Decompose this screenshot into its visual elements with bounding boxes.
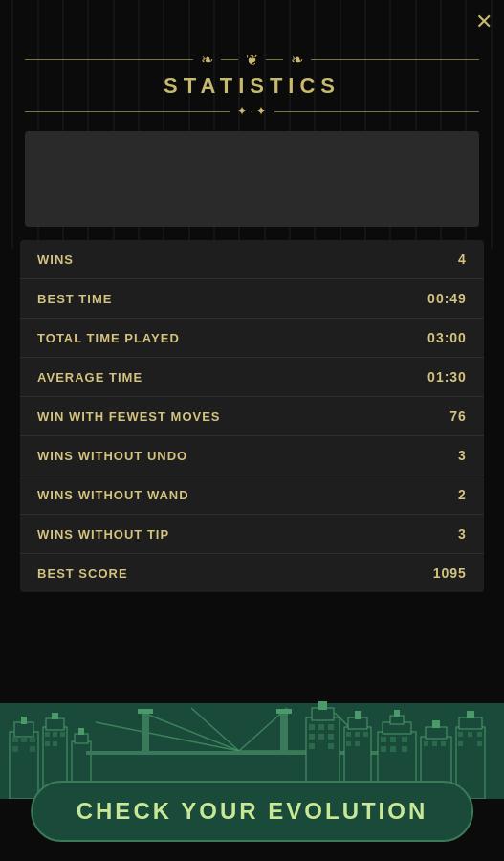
svg-rect-62 — [432, 720, 440, 728]
stat-value: 03:00 — [427, 330, 467, 345]
svg-rect-35 — [318, 724, 324, 730]
stat-value: 2 — [458, 487, 467, 502]
stat-label: BEST TIME — [37, 292, 112, 306]
stat-label: WIN WITH FEWEST MOVES — [37, 409, 220, 424]
ornament-center-line2 — [266, 59, 283, 60]
stat-value: 00:49 — [427, 291, 467, 306]
table-row: TOTAL TIME PLAYED03:00 — [20, 319, 484, 358]
svg-rect-18 — [75, 734, 88, 743]
ornament-line-right — [311, 59, 479, 60]
advertisement-banner — [25, 131, 478, 227]
svg-rect-54 — [381, 737, 386, 742]
table-row: BEST SCORE1095 — [20, 554, 484, 592]
svg-rect-10 — [46, 718, 64, 730]
table-row: WIN WITH FEWEST MOVES76 — [20, 397, 484, 436]
svg-rect-48 — [346, 741, 351, 746]
svg-rect-8 — [30, 746, 35, 752]
svg-rect-3 — [21, 717, 27, 724]
table-row: WINS WITHOUT UNDO3 — [20, 436, 484, 475]
cta-label: CHECK YOUR EVOLUTION — [77, 798, 428, 824]
stat-label: WINS WITHOUT UNDO — [37, 449, 187, 463]
stat-value: 01:30 — [427, 369, 467, 385]
ornament-icon-left: ❧ — [193, 51, 221, 69]
stat-label: WINS — [37, 253, 74, 267]
svg-rect-6 — [30, 737, 35, 742]
svg-rect-52 — [390, 716, 404, 724]
svg-rect-46 — [355, 732, 360, 737]
check-evolution-button[interactable]: CHECK YOUR EVOLUTION — [31, 781, 474, 842]
ornament-bottom-icon: ✦ · ✦ — [230, 104, 274, 118]
svg-rect-30 — [276, 709, 292, 714]
svg-rect-58 — [390, 746, 396, 752]
svg-rect-29 — [280, 713, 288, 755]
stat-value: 3 — [458, 526, 467, 541]
ornament-line-left — [25, 59, 193, 60]
svg-rect-73 — [477, 741, 482, 746]
svg-rect-33 — [318, 701, 327, 710]
svg-rect-67 — [459, 718, 482, 729]
svg-rect-4 — [12, 737, 18, 742]
svg-rect-38 — [318, 734, 324, 740]
svg-rect-5 — [21, 737, 27, 742]
svg-rect-11 — [52, 713, 58, 719]
svg-rect-70 — [468, 732, 472, 737]
svg-rect-61 — [426, 727, 447, 739]
svg-rect-41 — [328, 743, 334, 749]
main-overlay: ✕ ❧ ❦ ❧ STATISTICS ✦ · ✦ WINS4BEST TIME0… — [0, 0, 504, 861]
svg-rect-45 — [346, 732, 351, 737]
stat-value: 4 — [458, 252, 467, 267]
svg-rect-56 — [402, 737, 407, 742]
svg-rect-47 — [363, 732, 368, 737]
stat-label: BEST SCORE — [37, 566, 128, 581]
svg-rect-16 — [53, 741, 57, 746]
svg-rect-64 — [432, 741, 437, 746]
header-section: ❧ ❦ ❧ STATISTICS ✦ · ✦ — [0, 0, 504, 118]
svg-rect-14 — [60, 732, 65, 737]
svg-rect-37 — [309, 734, 315, 740]
svg-rect-68 — [467, 711, 474, 718]
table-row: WINS4 — [20, 240, 484, 279]
city-section: CHECK YOUR EVOLUTION — [0, 670, 504, 861]
svg-rect-34 — [309, 724, 315, 730]
ornament-diamond: ❦ — [238, 51, 266, 69]
svg-rect-53 — [394, 710, 400, 717]
stat-value: 3 — [458, 448, 467, 463]
ornament-top: ❧ ❦ ❧ — [25, 53, 478, 66]
ornament-icon-right: ❧ — [283, 51, 311, 69]
svg-rect-59 — [402, 746, 407, 752]
table-row: BEST TIME00:49 — [20, 279, 484, 319]
svg-rect-13 — [53, 732, 57, 737]
ornament-bottom: ✦ · ✦ — [25, 104, 478, 118]
svg-rect-72 — [458, 741, 463, 746]
svg-rect-65 — [441, 741, 446, 746]
stat-value: 1095 — [433, 565, 467, 581]
svg-rect-44 — [355, 711, 361, 719]
stat-label: TOTAL TIME PLAYED — [37, 331, 180, 345]
svg-rect-28 — [138, 709, 153, 714]
svg-rect-69 — [458, 732, 463, 737]
statistics-panel: WINS4BEST TIME00:49TOTAL TIME PLAYED03:0… — [20, 240, 484, 592]
svg-rect-71 — [477, 732, 482, 737]
svg-rect-2 — [14, 722, 33, 737]
svg-rect-7 — [12, 746, 18, 752]
page-title: STATISTICS — [164, 74, 340, 99]
svg-rect-19 — [78, 728, 84, 735]
svg-rect-49 — [355, 741, 360, 746]
svg-rect-55 — [390, 737, 396, 742]
table-row: AVERAGE TIME01:30 — [20, 358, 484, 397]
svg-rect-63 — [424, 741, 428, 746]
stat-label: AVERAGE TIME — [37, 370, 142, 385]
ornament-bottom-line-right — [274, 111, 479, 112]
svg-rect-57 — [381, 746, 386, 752]
stat-value: 76 — [449, 408, 467, 424]
stat-label: WINS WITHOUT WAND — [37, 488, 189, 502]
ornament-center-line — [221, 59, 238, 60]
svg-rect-40 — [309, 743, 315, 749]
stat-label: WINS WITHOUT TIP — [37, 527, 169, 541]
close-button[interactable]: ✕ — [475, 10, 493, 34]
table-row: WINS WITHOUT TIP3 — [20, 515, 484, 554]
svg-rect-27 — [142, 713, 149, 755]
svg-rect-12 — [45, 732, 50, 737]
table-row: WINS WITHOUT WAND2 — [20, 475, 484, 515]
svg-rect-15 — [45, 741, 50, 746]
